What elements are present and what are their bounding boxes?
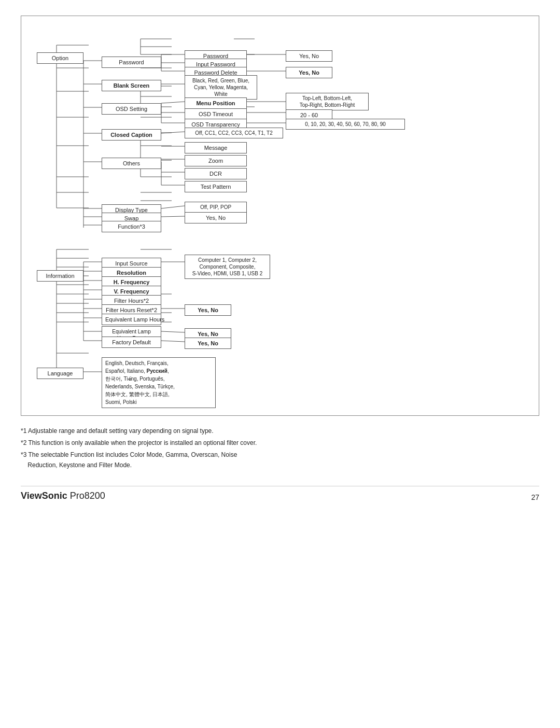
- svg-line-76: [161, 216, 185, 217]
- information-section: Information Input Source Resolution H. F…: [32, 255, 528, 348]
- footnotes: *1 Adjustable range and default setting …: [21, 426, 539, 470]
- svg-line-63: [161, 102, 185, 103]
- brand: ViewSonic Pro8200: [21, 491, 105, 501]
- password-yes-no: Yes, No: [286, 50, 332, 62]
- footnote-3: *3 The selectable Function list includes…: [21, 450, 539, 470]
- closed-caption-node: Closed Caption: [102, 129, 161, 141]
- option-node: Option: [37, 52, 83, 64]
- brand-name: ViewSonic: [21, 491, 67, 501]
- test-pattern-node: Test Pattern: [185, 181, 247, 192]
- function-node: Function*3: [102, 221, 161, 232]
- model-name: Pro8200: [70, 491, 105, 501]
- blank-screen-value: Black, Red, Green, Blue,Cyan, Yellow, Ma…: [185, 75, 257, 100]
- svg-line-89: [161, 331, 185, 332]
- footnote-1: *1 Adjustable range and default setting …: [21, 426, 539, 436]
- others-node: Others: [102, 158, 161, 169]
- svg-line-90: [161, 341, 185, 342]
- language-value: English, Deutsch, Français, Español, Ita…: [102, 357, 216, 408]
- footnote-2: *2 This function is only available when …: [21, 438, 539, 448]
- osd-timeout-node: OSD Timeout: [185, 108, 247, 120]
- blank-screen-node: Blank Screen: [102, 80, 161, 91]
- equiv-lamp-hours-node: Equivalent Lamp Hours: [102, 314, 161, 325]
- page-number: 27: [531, 493, 539, 501]
- input-source-value: Computer 1, Computer 2,Component, Compos…: [185, 255, 270, 279]
- factory-default-node: Factory Default: [102, 337, 161, 348]
- svg-line-69: [161, 132, 185, 133]
- filter-hours-reset-yes-no: Yes, No: [185, 304, 231, 316]
- password-node: Password: [102, 57, 161, 68]
- information-node: Information: [37, 270, 83, 282]
- page-footer: ViewSonic Pro8200 27: [21, 486, 539, 501]
- option-section: Option Password Blank Screen OSD Setting…: [32, 32, 528, 244]
- message-node: Message: [185, 142, 247, 153]
- osd-transparency-value: 0, 10, 20, 30, 40, 50, 60, 70, 80, 90: [286, 119, 405, 130]
- zoom-node: Zoom: [185, 155, 247, 166]
- language-section: Language English, Deutsch, Français, Esp…: [32, 353, 528, 405]
- display-type-value: Off, PIP, POP: [185, 202, 247, 213]
- swap-value: Yes, No: [185, 212, 247, 223]
- password-delete-yes-no: Yes, No: [286, 67, 332, 78]
- language-node: Language: [37, 368, 83, 379]
- page-content: Option Password Blank Screen OSD Setting…: [21, 16, 539, 501]
- svg-line-75: [161, 206, 185, 208]
- closed-caption-value: Off, CC1, CC2, CC3, CC4, T1, T2: [185, 128, 283, 138]
- factory-default-yes-no: Yes, No: [185, 338, 231, 349]
- menu-position-value: Top-Left, Bottom-Left,Top-Right, Bottom-…: [286, 93, 369, 110]
- osd-setting-node: OSD Setting: [102, 103, 161, 115]
- menu-position-node: Menu Position: [185, 97, 247, 109]
- dcr-node: DCR: [185, 168, 247, 179]
